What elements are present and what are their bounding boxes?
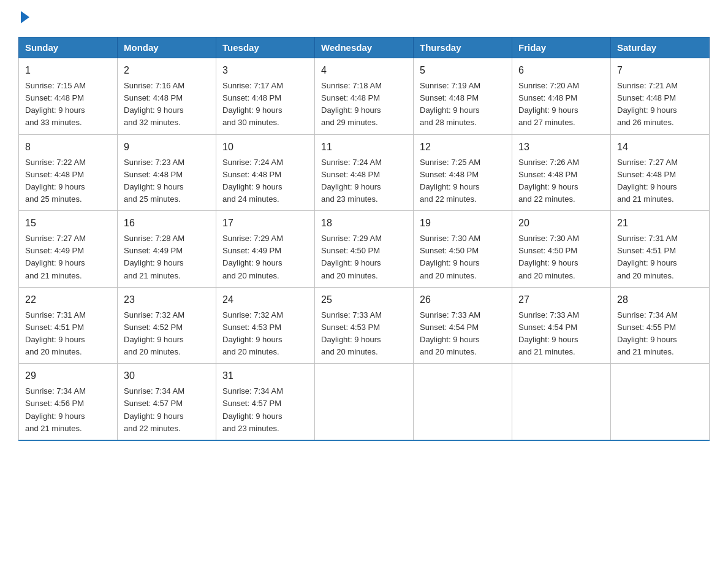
weekday-header-thursday: Thursday	[414, 37, 512, 58]
day-daylight: Daylight: 9 hours	[25, 258, 85, 267]
day-number: 9	[124, 140, 210, 155]
day-daylight: Daylight: 9 hours	[321, 335, 381, 344]
day-sunrise: Sunrise: 7:26 AM	[518, 158, 579, 167]
day-sunset: Sunset: 4:57 PM	[124, 399, 183, 408]
day-cell: 24Sunrise: 7:32 AMSunset: 4:53 PMDayligh…	[216, 287, 315, 364]
page-header	[18, 12, 710, 25]
day-sunrise: Sunrise: 7:22 AM	[25, 158, 86, 167]
day-cell: 3Sunrise: 7:17 AMSunset: 4:48 PMDaylight…	[216, 58, 315, 135]
day-sunrise: Sunrise: 7:34 AM	[124, 386, 184, 396]
day-daylight: Daylight: 9 hours	[124, 105, 184, 115]
day-sunrise: Sunrise: 7:23 AM	[124, 158, 184, 167]
day-sunrise: Sunrise: 7:15 AM	[25, 81, 86, 90]
day-number: 20	[518, 216, 604, 231]
day-daylight-min: and 22 minutes.	[518, 194, 575, 204]
day-sunset: Sunset: 4:48 PM	[222, 93, 281, 102]
day-number: 28	[617, 293, 703, 307]
day-number: 6	[518, 63, 604, 78]
weekday-header-monday: Monday	[118, 37, 216, 58]
day-sunrise: Sunrise: 7:33 AM	[518, 310, 579, 320]
day-cell: 1Sunrise: 7:15 AMSunset: 4:48 PMDaylight…	[19, 58, 118, 135]
day-daylight: Daylight: 9 hours	[222, 412, 282, 421]
day-number: 8	[25, 140, 111, 155]
day-sunset: Sunset: 4:49 PM	[222, 246, 281, 255]
day-sunrise: Sunrise: 7:34 AM	[25, 386, 86, 396]
day-cell: 21Sunrise: 7:31 AMSunset: 4:51 PMDayligh…	[611, 211, 710, 288]
day-cell: 4Sunrise: 7:18 AMSunset: 4:48 PMDaylight…	[315, 58, 414, 135]
day-cell: 9Sunrise: 7:23 AMSunset: 4:48 PMDaylight…	[118, 134, 216, 211]
day-cell: 28Sunrise: 7:34 AMSunset: 4:55 PMDayligh…	[611, 287, 710, 364]
day-daylight-min: and 20 minutes.	[420, 271, 477, 280]
day-cell: 10Sunrise: 7:24 AMSunset: 4:48 PMDayligh…	[216, 134, 315, 211]
day-sunrise: Sunrise: 7:32 AM	[124, 310, 184, 320]
day-sunrise: Sunrise: 7:17 AM	[222, 81, 283, 90]
day-number: 15	[25, 216, 111, 231]
day-sunrise: Sunrise: 7:27 AM	[25, 234, 86, 243]
day-cell: 27Sunrise: 7:33 AMSunset: 4:54 PMDayligh…	[512, 287, 611, 364]
day-number: 25	[321, 293, 407, 307]
day-number: 10	[222, 140, 308, 155]
day-daylight: Daylight: 9 hours	[25, 335, 85, 344]
day-number: 16	[124, 216, 210, 231]
week-row-4: 22Sunrise: 7:31 AMSunset: 4:51 PMDayligh…	[19, 287, 710, 364]
day-number: 3	[222, 63, 308, 78]
day-cell: 7Sunrise: 7:21 AMSunset: 4:48 PMDaylight…	[611, 58, 710, 135]
day-number: 7	[617, 63, 703, 78]
day-cell: 2Sunrise: 7:16 AMSunset: 4:48 PMDaylight…	[118, 58, 216, 135]
day-sunset: Sunset: 4:51 PM	[25, 323, 84, 332]
day-sunset: Sunset: 4:54 PM	[420, 323, 479, 332]
day-daylight-min: and 20 minutes.	[124, 347, 181, 356]
day-sunset: Sunset: 4:48 PM	[617, 170, 676, 179]
day-sunset: Sunset: 4:56 PM	[25, 399, 84, 408]
day-cell: 26Sunrise: 7:33 AMSunset: 4:54 PMDayligh…	[414, 287, 512, 364]
day-daylight: Daylight: 9 hours	[420, 182, 480, 191]
day-daylight: Daylight: 9 hours	[321, 258, 381, 267]
weekday-header-friday: Friday	[512, 37, 611, 58]
day-daylight: Daylight: 9 hours	[25, 182, 85, 191]
day-daylight-min: and 26 minutes.	[617, 118, 674, 127]
day-sunset: Sunset: 4:54 PM	[518, 323, 577, 332]
day-sunrise: Sunrise: 7:27 AM	[617, 158, 678, 167]
day-daylight: Daylight: 9 hours	[617, 258, 677, 267]
day-number: 1	[25, 63, 111, 78]
day-daylight-min: and 22 minutes.	[124, 424, 181, 433]
calendar-table: SundayMondayTuesdayWednesdayThursdayFrid…	[18, 37, 710, 441]
day-daylight: Daylight: 9 hours	[420, 335, 480, 344]
day-cell: 6Sunrise: 7:20 AMSunset: 4:48 PMDaylight…	[512, 58, 611, 135]
day-sunset: Sunset: 4:50 PM	[518, 246, 577, 255]
day-daylight: Daylight: 9 hours	[124, 412, 184, 421]
day-cell: 12Sunrise: 7:25 AMSunset: 4:48 PMDayligh…	[414, 134, 512, 211]
day-daylight: Daylight: 9 hours	[124, 182, 184, 191]
day-daylight-min: and 20 minutes.	[222, 271, 279, 280]
logo	[18, 12, 29, 25]
day-sunset: Sunset: 4:53 PM	[321, 323, 380, 332]
day-cell: 13Sunrise: 7:26 AMSunset: 4:48 PMDayligh…	[512, 134, 611, 211]
day-daylight: Daylight: 9 hours	[518, 105, 578, 115]
day-daylight: Daylight: 9 hours	[25, 105, 85, 115]
day-daylight-min: and 20 minutes.	[222, 347, 279, 356]
day-daylight-min: and 21 minutes.	[518, 347, 575, 356]
day-daylight: Daylight: 9 hours	[321, 182, 381, 191]
day-number: 30	[124, 369, 210, 383]
day-daylight-min: and 20 minutes.	[321, 347, 378, 356]
day-daylight-min: and 27 minutes.	[518, 118, 575, 127]
day-daylight: Daylight: 9 hours	[124, 258, 184, 267]
day-daylight-min: and 20 minutes.	[25, 347, 82, 356]
weekday-header-sunday: Sunday	[19, 37, 118, 58]
day-sunrise: Sunrise: 7:34 AM	[222, 386, 283, 396]
day-daylight-min: and 29 minutes.	[321, 118, 378, 127]
day-cell: 22Sunrise: 7:31 AMSunset: 4:51 PMDayligh…	[19, 287, 118, 364]
day-daylight: Daylight: 9 hours	[124, 335, 184, 344]
day-daylight: Daylight: 9 hours	[25, 412, 85, 421]
calendar-body: 1Sunrise: 7:15 AMSunset: 4:48 PMDaylight…	[19, 58, 710, 440]
weekday-header-tuesday: Tuesday	[216, 37, 315, 58]
day-sunrise: Sunrise: 7:19 AM	[420, 81, 480, 90]
day-daylight-min: and 21 minutes.	[124, 271, 181, 280]
day-cell: 25Sunrise: 7:33 AMSunset: 4:53 PMDayligh…	[315, 287, 414, 364]
day-sunset: Sunset: 4:49 PM	[124, 246, 183, 255]
day-sunrise: Sunrise: 7:32 AM	[222, 310, 283, 320]
day-sunrise: Sunrise: 7:24 AM	[321, 158, 382, 167]
day-sunset: Sunset: 4:48 PM	[420, 170, 479, 179]
day-sunset: Sunset: 4:48 PM	[617, 93, 676, 102]
day-sunset: Sunset: 4:48 PM	[25, 93, 84, 102]
